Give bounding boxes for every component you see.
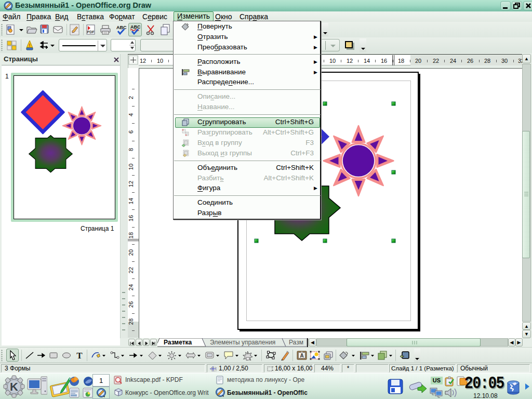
svg-text:Элементы управления: Элементы управления <box>210 339 275 346</box>
svg-text:32: 32 <box>518 58 522 64</box>
svg-text:4: 4 <box>128 113 134 116</box>
svg-text:ABC: ABC <box>130 24 141 30</box>
svg-text:!: ! <box>29 43 31 48</box>
svg-text:А: А <box>300 353 303 358</box>
svg-text:18: 18 <box>128 232 134 238</box>
svg-text:28: 28 <box>484 58 490 64</box>
svg-text:K: K <box>10 380 18 393</box>
svg-text:ABC: ABC <box>116 25 127 30</box>
svg-text:Разм: Разм <box>289 339 303 346</box>
svg-text:6: 6 <box>128 130 134 134</box>
svg-text:26: 26 <box>128 301 134 308</box>
svg-text:20: 20 <box>128 249 134 256</box>
svg-text:16: 16 <box>128 215 134 221</box>
svg-text:12: 12 <box>347 58 353 64</box>
svg-text:22: 22 <box>433 58 439 64</box>
svg-text:24: 24 <box>450 58 456 64</box>
svg-text:14: 14 <box>128 198 134 204</box>
svg-text:20: 20 <box>415 58 421 64</box>
svg-text:2: 2 <box>128 96 134 99</box>
svg-text:T: T <box>76 351 83 360</box>
svg-text:22: 22 <box>128 267 134 273</box>
svg-text:30: 30 <box>501 58 508 64</box>
svg-text:24: 24 <box>128 284 134 290</box>
svg-text:12: 12 <box>128 181 134 187</box>
svg-text:16: 16 <box>381 58 387 64</box>
svg-text:12: 12 <box>140 58 146 64</box>
svg-text:10: 10 <box>128 164 134 170</box>
svg-text:10: 10 <box>329 58 336 64</box>
svg-text:26: 26 <box>467 58 473 64</box>
svg-text:10: 10 <box>157 58 163 64</box>
svg-text:14: 14 <box>364 58 370 64</box>
svg-text:Разметка: Разметка <box>164 339 192 346</box>
svg-text:PDF: PDF <box>87 30 95 34</box>
svg-text:8: 8 <box>128 148 134 151</box>
svg-text:28: 28 <box>128 318 134 325</box>
svg-text:18: 18 <box>398 58 404 64</box>
